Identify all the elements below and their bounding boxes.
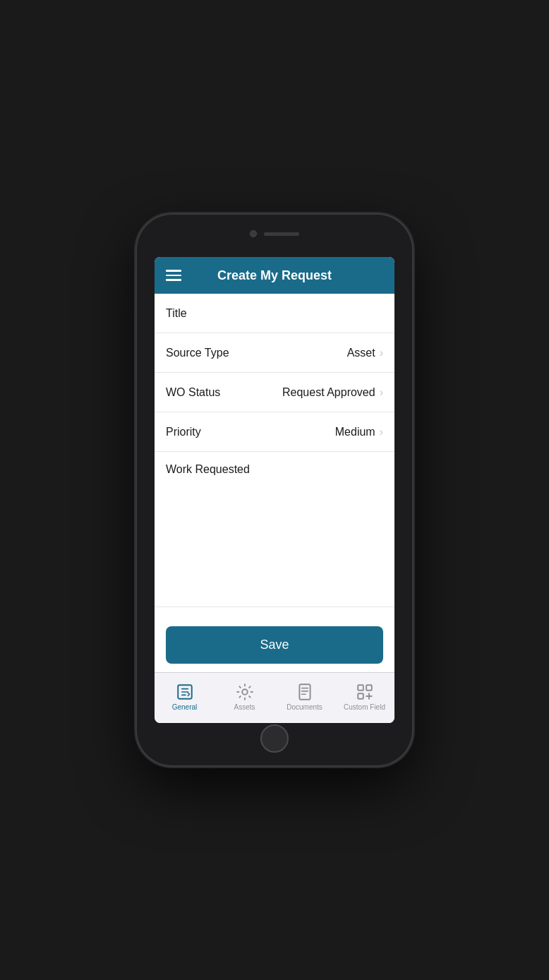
title-row[interactable]: Title — [155, 294, 394, 333]
priority-label: Priority — [166, 426, 201, 438]
nav-item-documents[interactable]: Documents — [274, 673, 334, 723]
priority-value: Medium — [335, 426, 375, 438]
nav-label-assets: Assets — [234, 703, 255, 711]
wo-status-row[interactable]: WO Status Request Approved › — [155, 373, 394, 412]
svg-rect-2 — [299, 684, 310, 700]
wo-status-label: WO Status — [166, 386, 220, 399]
svg-rect-4 — [366, 685, 372, 691]
edit-icon — [176, 683, 194, 701]
save-button-container: Save — [155, 618, 394, 672]
app-content: Title Source Type Asset › WO Status Requ… — [155, 294, 394, 618]
document-icon — [296, 683, 314, 701]
page-title: Create My Request — [193, 268, 356, 283]
phone-screen: Create My Request Title Source Type Asse… — [155, 257, 394, 723]
priority-value-container: Medium › — [335, 426, 383, 438]
work-requested-row: Work Requested — [155, 452, 394, 607]
home-button[interactable] — [260, 724, 289, 753]
phone-mic — [264, 232, 299, 236]
svg-rect-5 — [358, 693, 363, 699]
source-type-row[interactable]: Source Type Asset › — [155, 333, 394, 373]
phone-device: Create My Request Title Source Type Asse… — [137, 215, 412, 765]
nav-item-custom-field[interactable]: Custom Field — [334, 673, 394, 723]
nav-label-custom-field: Custom Field — [344, 703, 385, 711]
chevron-right-icon: › — [380, 426, 383, 438]
save-button[interactable]: Save — [166, 626, 383, 664]
svg-point-1 — [242, 689, 248, 695]
work-requested-label: Work Requested — [166, 463, 383, 476]
chevron-right-icon: › — [380, 347, 383, 359]
app-header: Create My Request — [155, 257, 394, 294]
custom-field-icon — [356, 683, 374, 701]
phone-camera — [250, 230, 257, 237]
source-type-value: Asset — [347, 347, 375, 359]
phone-speaker — [250, 230, 299, 237]
title-label: Title — [166, 307, 187, 320]
nav-item-assets[interactable]: Assets — [215, 673, 274, 723]
svg-rect-3 — [358, 685, 363, 691]
work-requested-input[interactable] — [166, 482, 383, 595]
wo-status-value: Request Approved — [282, 386, 375, 399]
priority-row[interactable]: Priority Medium › — [155, 412, 394, 452]
chevron-right-icon: › — [380, 386, 383, 399]
nav-item-general[interactable]: General — [155, 673, 215, 723]
nav-label-documents: Documents — [286, 703, 322, 711]
menu-button[interactable] — [166, 270, 181, 281]
source-type-value-container: Asset › — [347, 347, 383, 359]
nav-label-general: General — [172, 703, 198, 711]
wo-status-value-container: Request Approved › — [282, 386, 383, 399]
gear-icon — [236, 683, 254, 701]
bottom-nav: General Assets Documents — [155, 672, 394, 723]
source-type-label: Source Type — [166, 347, 229, 359]
